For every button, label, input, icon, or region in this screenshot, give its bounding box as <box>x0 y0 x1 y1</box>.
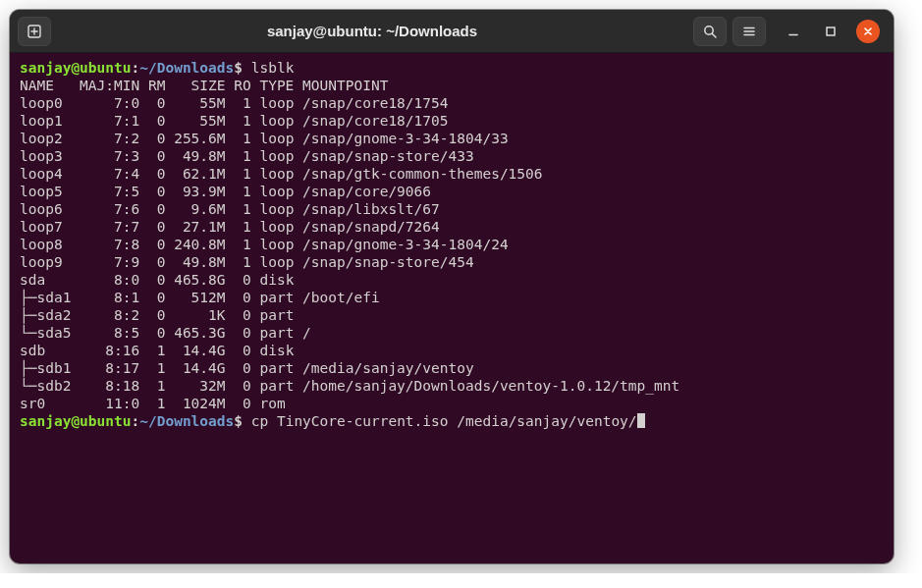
lsblk-row: └─sda5 8:5 0 465.3G 0 part / <box>20 325 311 341</box>
search-button[interactable] <box>693 17 727 46</box>
terminal-body[interactable]: sanjay@ubuntu:~/Downloads$ lsblk NAME MA… <box>10 53 894 563</box>
svg-rect-2 <box>827 27 835 35</box>
lsblk-row: loop1 7:1 0 55M 1 loop /snap/core18/1705 <box>20 113 449 129</box>
window-title: sanjay@ubuntu: ~/Downloads <box>57 23 687 39</box>
prompt-dollar: $ <box>234 413 250 429</box>
prompt-colon: : <box>132 60 140 76</box>
lsblk-row: loop0 7:0 0 55M 1 loop /snap/core18/1754 <box>20 95 449 111</box>
lsblk-row: ├─sda2 8:2 0 1K 0 part <box>20 307 302 323</box>
hamburger-icon <box>741 24 757 39</box>
lsblk-row: loop9 7:9 0 49.8M 1 loop /snap/snap-stor… <box>20 254 474 270</box>
cursor-icon <box>637 413 645 428</box>
lsblk-row: sr0 11:0 1 1024M 0 rom <box>20 396 302 411</box>
search-icon <box>702 24 718 39</box>
prompt-user: sanjay@ubuntu <box>20 413 132 429</box>
prompt-path: ~/Downloads <box>139 60 234 76</box>
lsblk-row: loop6 7:6 0 9.6M 1 loop /snap/libxslt/67 <box>20 201 440 217</box>
lsblk-row: sda 8:0 0 465.8G 0 disk <box>20 272 302 288</box>
lsblk-row: └─sdb2 8:18 1 32M 0 part /home/sanjay/Do… <box>20 378 679 394</box>
lsblk-row: loop2 7:2 0 255.6M 1 loop /snap/gnome-3-… <box>20 131 509 146</box>
lsblk-row: loop7 7:7 0 27.1M 1 loop /snap/snapd/726… <box>20 219 440 235</box>
lsblk-row: loop3 7:3 0 49.8M 1 loop /snap/snap-stor… <box>20 148 474 164</box>
lsblk-row: loop8 7:8 0 240.8M 1 loop /snap/gnome-3-… <box>20 237 509 252</box>
titlebar: sanjay@ubuntu: ~/Downloads <box>10 10 894 53</box>
lsblk-row: ├─sda1 8:1 0 512M 0 part /boot/efi <box>20 290 380 305</box>
minimize-button[interactable] <box>782 20 805 43</box>
prompt-colon: : <box>132 413 140 429</box>
maximize-button[interactable] <box>819 20 842 43</box>
new-tab-icon <box>27 24 42 39</box>
prompt-path: ~/Downloads <box>139 413 234 429</box>
command-text: cp TinyCore-current.iso /media/sanjay/ve… <box>251 413 637 429</box>
lsblk-header: NAME MAJ:MIN RM SIZE RO TYPE MOUNTPOINT <box>20 78 388 93</box>
prompt-user: sanjay@ubuntu <box>20 60 132 76</box>
lsblk-row: loop4 7:4 0 62.1M 1 loop /snap/gtk-commo… <box>20 166 543 182</box>
window-controls <box>772 20 886 43</box>
close-button[interactable] <box>856 20 880 43</box>
lsblk-row: ├─sdb1 8:17 1 14.4G 0 part /media/sanjay… <box>20 360 474 376</box>
new-tab-button[interactable] <box>18 17 51 46</box>
menu-button[interactable] <box>732 17 766 46</box>
lsblk-row: sdb 8:16 1 14.4G 0 disk <box>20 343 302 358</box>
lsblk-row: loop5 7:5 0 93.9M 1 loop /snap/core/9066 <box>20 184 431 199</box>
command-text: lsblk <box>251 60 295 76</box>
close-icon <box>862 26 874 37</box>
terminal-window: sanjay@ubuntu: ~/Downloads sanjay@ubuntu… <box>10 10 894 563</box>
prompt-dollar: $ <box>234 60 250 76</box>
maximize-icon <box>824 25 838 38</box>
minimize-icon <box>786 25 800 38</box>
